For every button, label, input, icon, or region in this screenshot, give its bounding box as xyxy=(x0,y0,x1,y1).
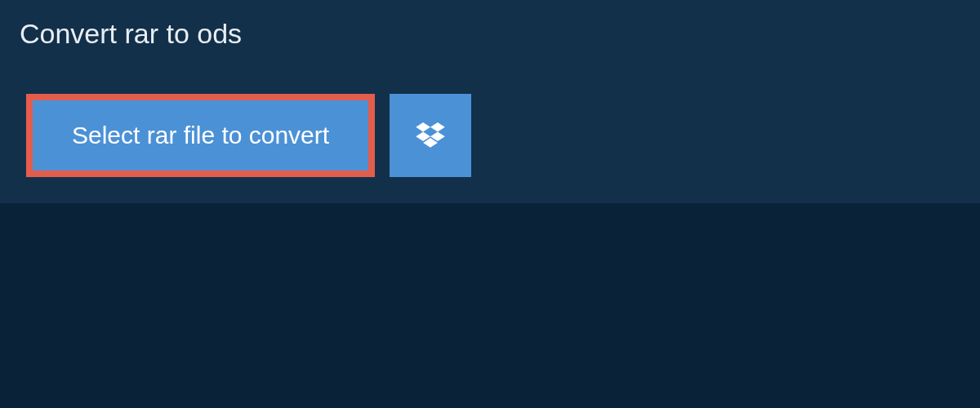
select-file-button[interactable]: Select rar file to convert xyxy=(26,94,375,177)
dropbox-icon xyxy=(416,122,445,149)
select-file-label: Select rar file to convert xyxy=(72,122,329,149)
dropbox-button[interactable] xyxy=(390,94,471,177)
converter-panel: Convert rar to ods Select rar file to co… xyxy=(0,0,980,203)
action-row: Select rar file to convert xyxy=(0,68,980,177)
page-title: Convert rar to ods xyxy=(0,0,278,68)
